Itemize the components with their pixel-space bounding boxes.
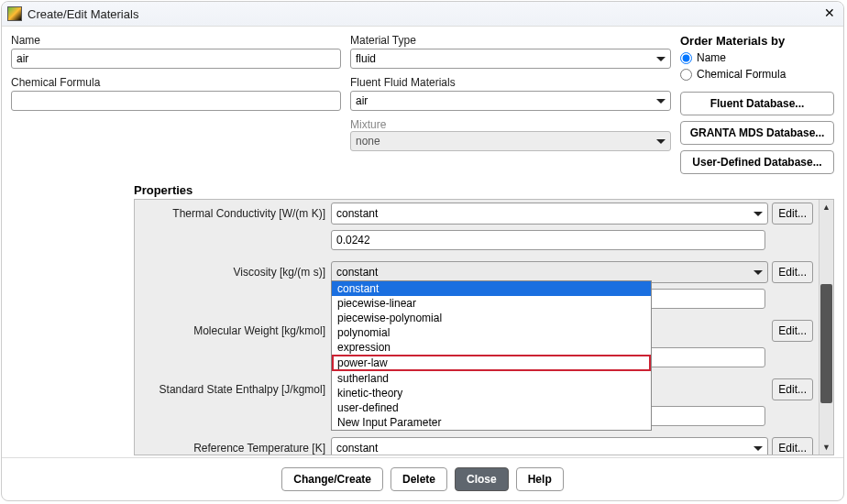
fluent-materials-value: air (356, 94, 368, 107)
scroll-down-icon[interactable]: ▼ (820, 440, 833, 455)
viscosity-option[interactable]: kinetic-theory (332, 386, 651, 400)
dialog-footer: Change/Create Delete Close Help (2, 457, 843, 500)
thermal-conductivity-method-select[interactable]: constant (331, 203, 768, 225)
label-chemical-formula: Chemical Formula (11, 76, 341, 89)
label-order-by: Order Materials by (680, 34, 834, 48)
prop-row-ref-temp: Reference Temperature [K] constant Edit.… (135, 434, 819, 455)
properties-heading: Properties (134, 183, 834, 197)
top-row: Name Chemical Formula Material Type flui… (11, 34, 834, 180)
viscosity-option[interactable]: constant (332, 281, 651, 296)
chemical-formula-input[interactable] (11, 91, 341, 111)
chevron-down-icon (754, 446, 763, 451)
edit-button[interactable]: Edit... (772, 378, 813, 400)
chevron-down-icon (754, 212, 763, 216)
dialog-content: Name Chemical Formula Material Type flui… (2, 27, 843, 457)
edit-button[interactable]: Edit... (772, 437, 813, 455)
materials-dialog: Create/Edit Materials ✕ Name Chemical Fo… (1, 1, 844, 501)
delete-button[interactable]: Delete (390, 467, 447, 491)
change-create-button[interactable]: Change/Create (281, 467, 383, 491)
column-left: Name Chemical Formula (11, 34, 341, 180)
order-name-radio[interactable]: Name (680, 51, 834, 64)
properties-scrollbar[interactable]: ▲ ▼ (819, 200, 833, 455)
prop-label: Thermal Conductivity [W/(m K)] (140, 207, 331, 220)
scroll-up-icon[interactable]: ▲ (820, 200, 833, 214)
help-button[interactable]: Help (516, 467, 564, 491)
close-button[interactable]: Close (455, 467, 509, 491)
prop-label: Standard State Enthalpy [J/kgmol] (140, 383, 331, 396)
label-fluent-materials: Fluent Fluid Materials (350, 76, 671, 89)
material-type-select[interactable]: fluid (350, 49, 671, 69)
chevron-down-icon (656, 139, 666, 144)
select-value: constant (336, 442, 378, 455)
order-chem-radio[interactable]: Chemical Formula (680, 68, 834, 81)
prop-value-thermal-conductivity (135, 227, 819, 253)
user-database-button[interactable]: User-Defined Database... (680, 150, 834, 174)
viscosity-option[interactable]: user-defined (332, 400, 651, 415)
properties-inner: Thermal Conductivity [W/(m K)] constant … (135, 200, 819, 455)
select-value: constant (336, 207, 378, 220)
viscosity-option[interactable]: polynomial (332, 325, 651, 340)
fluent-materials-select[interactable]: air (350, 91, 671, 111)
edit-button[interactable]: Edit... (772, 203, 813, 225)
viscosity-option[interactable]: New Input Parameter (332, 415, 651, 430)
dialog-title: Create/Edit Materials (28, 7, 821, 21)
close-icon[interactable]: ✕ (821, 5, 838, 22)
prop-label: Molecular Weight [kg/kmol] (140, 324, 331, 337)
label-name: Name (11, 34, 341, 47)
label-material-type: Material Type (350, 34, 671, 47)
column-middle: Material Type fluid Fluent Fluid Materia… (350, 34, 671, 180)
label-mixture: Mixture (350, 118, 386, 131)
chevron-down-icon (656, 57, 666, 61)
viscosity-option[interactable]: piecewise-linear (332, 296, 651, 311)
edit-button[interactable]: Edit... (772, 320, 813, 342)
titlebar: Create/Edit Materials ✕ (2, 2, 843, 27)
name-input[interactable] (11, 49, 341, 69)
scrollbar-thumb[interactable] (820, 284, 832, 403)
radio-chem[interactable] (680, 69, 692, 81)
radio-name[interactable] (680, 52, 692, 64)
material-type-value: fluid (356, 52, 376, 65)
column-right: Order Materials by Name Chemical Formula… (680, 34, 834, 180)
viscosity-option[interactable]: piecewise-polynomial (332, 311, 651, 325)
viscosity-option[interactable]: power-law (332, 355, 651, 371)
mixture-select: none (350, 131, 671, 151)
prop-label: Viscosity [kg/(m s)] (140, 266, 331, 279)
granta-database-button[interactable]: GRANTA MDS Database... (680, 121, 834, 145)
mixture-value: none (356, 135, 380, 148)
chevron-down-icon (656, 99, 666, 104)
ref-temp-method-select[interactable]: constant (331, 437, 768, 455)
viscosity-option[interactable]: sutherland (332, 371, 651, 386)
properties-section: Properties Thermal Conductivity [W/(m K)… (11, 183, 834, 455)
prop-row-thermal-conductivity: Thermal Conductivity [W/(m K)] constant … (135, 200, 819, 227)
edit-button[interactable]: Edit... (772, 261, 813, 283)
viscosity-dropdown[interactable]: constantpiecewise-linearpiecewise-polyno… (331, 280, 652, 431)
select-value: constant (336, 266, 378, 279)
viscosity-option[interactable]: expression (332, 340, 651, 355)
radio-name-label: Name (697, 51, 726, 64)
chevron-down-icon (754, 270, 763, 275)
properties-box: Thermal Conductivity [W/(m K)] constant … (134, 199, 834, 455)
prop-label: Reference Temperature [K] (140, 442, 331, 455)
radio-chem-label: Chemical Formula (697, 68, 786, 81)
app-icon (7, 6, 22, 21)
thermal-conductivity-value-input[interactable] (331, 230, 765, 250)
fluent-database-button[interactable]: Fluent Database... (680, 92, 834, 115)
